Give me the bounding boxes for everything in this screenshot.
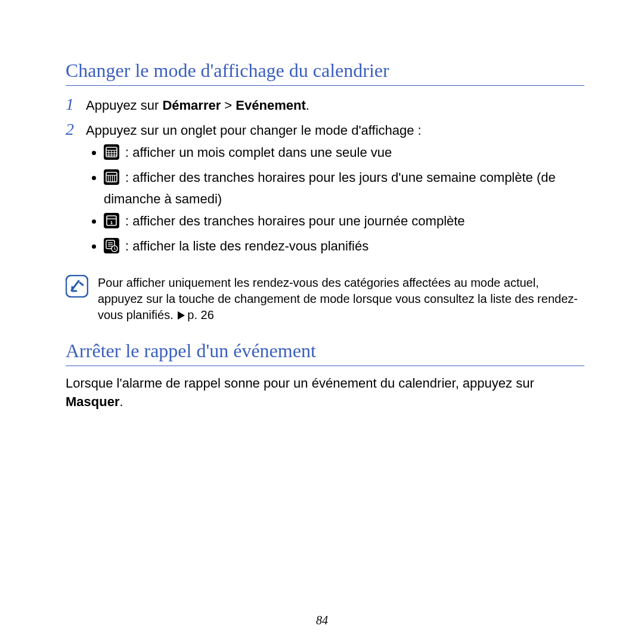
bullet-week-view: : afficher des tranches horaires pour le… (104, 169, 584, 209)
text: . (306, 98, 309, 113)
page-reference: p. 26 (187, 308, 213, 321)
section-heading-stop-reminder: Arrêter le rappel d'un événement (66, 340, 584, 366)
paragraph: Lorsque l'alarme de rappel sonne pour un… (66, 374, 584, 411)
view-mode-bullets: : afficher un mois complet dans une seul… (86, 144, 584, 258)
step-number: 1 (66, 95, 86, 114)
note-block: Pour afficher uniquement les rendez-vous… (66, 275, 584, 323)
text: Appuyez sur (86, 98, 162, 113)
bullet-agenda-view: : afficher la liste des rendez-vous plan… (104, 237, 584, 259)
menu-path-evenement: Evénement (236, 98, 305, 113)
day-view-icon: 1 (104, 213, 119, 234)
bullet-text: : afficher des tranches horaires pour le… (104, 170, 556, 206)
note-icon (66, 275, 88, 300)
week-view-icon (104, 169, 119, 190)
button-label-masquer: Masquer (66, 394, 119, 409)
menu-path-démarrer: Démarrer (162, 98, 221, 113)
svg-rect-27 (66, 275, 88, 297)
step-body: Appuyez sur Démarrer > Evénement. (86, 95, 309, 114)
bullet-text: : afficher la liste des rendez-vous plan… (122, 239, 369, 253)
triangle-right-icon (178, 311, 185, 320)
bullet-text: : afficher des tranches horaires pour un… (122, 213, 465, 228)
text: Appuyez sur un onglet pour changer le mo… (86, 123, 422, 138)
step-body: Appuyez sur un onglet pour changer le mo… (86, 120, 584, 262)
page-number: 84 (0, 614, 644, 627)
step-number: 2 (66, 120, 86, 139)
svg-text:1: 1 (110, 220, 113, 225)
step-1: 1 Appuyez sur Démarrer > Evénement. (66, 95, 584, 114)
note-text: Pour afficher uniquement les rendez-vous… (98, 275, 584, 323)
manual-page: Changer le mode d'affichage du calendrie… (0, 0, 644, 644)
section-heading-display-mode: Changer le mode d'affichage du calendrie… (66, 60, 584, 86)
text: . (119, 394, 123, 409)
step-2: 2 Appuyez sur un onglet pour changer le … (66, 120, 584, 262)
text: > (221, 98, 236, 113)
text: Lorsque l'alarme de rappel sonne pour un… (66, 376, 534, 391)
agenda-view-icon (104, 238, 119, 259)
text: Pour afficher uniquement les rendez-vous… (98, 276, 578, 321)
month-view-icon (104, 144, 119, 165)
steps-list: 1 Appuyez sur Démarrer > Evénement. 2 Ap… (66, 95, 584, 262)
bullet-month-view: : afficher un mois complet dans une seul… (104, 144, 584, 165)
bullet-day-view: 1 : afficher des tranches horaires pour … (104, 212, 584, 234)
bullet-text: : afficher un mois complet dans une seul… (122, 145, 392, 160)
